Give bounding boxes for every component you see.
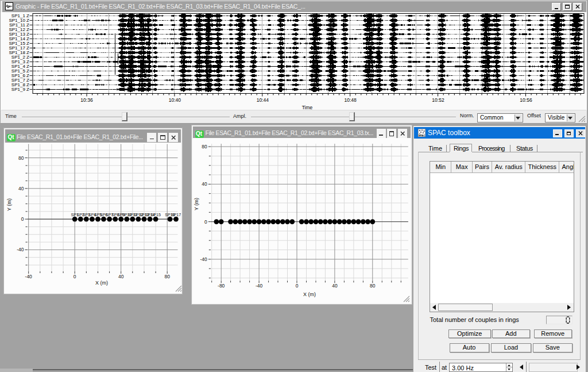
svg-text:80: 80 <box>18 155 24 161</box>
svg-text:X (m): X (m) <box>303 292 316 297</box>
svg-text:0: 0 <box>21 216 24 222</box>
svg-text:SP17: SP17 <box>171 212 181 217</box>
svg-text:Y (m): Y (m) <box>194 198 199 210</box>
svg-text:40: 40 <box>202 181 207 187</box>
svg-text:-80: -80 <box>218 283 225 289</box>
svg-text:10:40: 10:40 <box>169 97 181 103</box>
svg-text:SP15: SP15 <box>150 212 161 217</box>
svg-text:10:48: 10:48 <box>345 97 357 103</box>
svg-text:0: 0 <box>74 274 76 279</box>
svg-text:80: 80 <box>370 283 376 289</box>
svg-text:SP1_9 Z: SP1_9 Z <box>11 87 29 92</box>
svg-text:10:44: 10:44 <box>257 97 269 103</box>
svg-text:40: 40 <box>18 186 24 191</box>
svg-text:10:56: 10:56 <box>520 97 532 103</box>
svg-text:-40: -40 <box>256 283 263 289</box>
svg-text:0: 0 <box>204 219 207 225</box>
svg-text:-40: -40 <box>200 256 208 262</box>
svg-text:-40: -40 <box>17 247 24 252</box>
svg-text:SPAC: SPAC <box>419 134 425 137</box>
svg-text:80: 80 <box>164 274 170 279</box>
svg-text:0: 0 <box>296 283 299 289</box>
svg-text:10:52: 10:52 <box>432 97 444 103</box>
svg-text:-40: -40 <box>25 274 33 279</box>
svg-text:Y (m): Y (m) <box>6 198 12 211</box>
svg-text:40: 40 <box>118 274 124 279</box>
svg-text:80: 80 <box>202 144 207 149</box>
svg-text:10:36: 10:36 <box>80 97 93 103</box>
svg-text:40: 40 <box>332 283 338 289</box>
svg-text:X (m): X (m) <box>95 280 108 286</box>
